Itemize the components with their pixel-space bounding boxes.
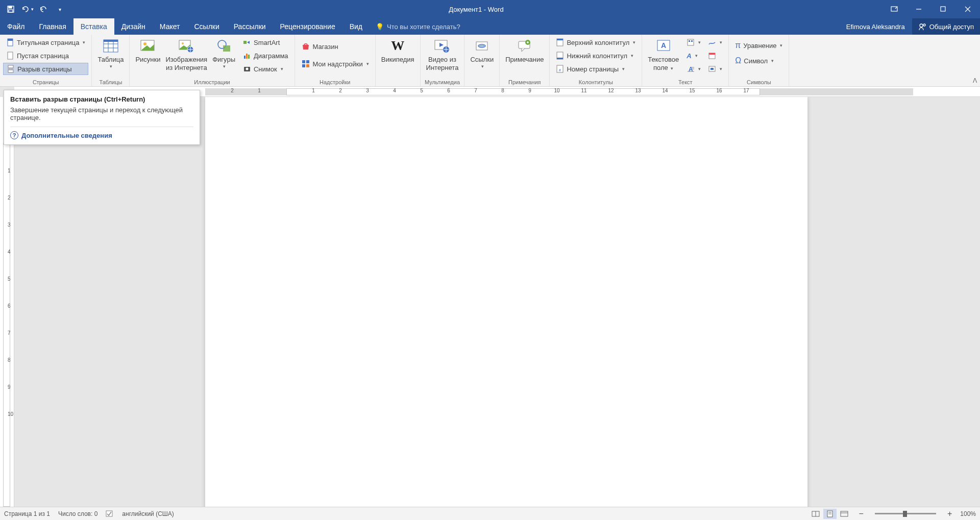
redo-button[interactable] [37,3,50,16]
svg-rect-30 [244,56,246,59]
tab-insert[interactable]: Вставка [74,18,114,35]
group-pages: Титульная страница▾ Пустая страница Разр… [0,35,92,86]
tab-view[interactable]: Вид [342,18,370,35]
view-print-layout[interactable] [823,509,837,519]
status-proofing-icon[interactable] [106,510,114,517]
document-page[interactable] [205,97,807,507]
my-addins-button[interactable]: Мои надстройки▾ [298,58,372,70]
qat-customize[interactable]: ▾ [53,3,66,16]
svg-text:A: A [661,41,666,49]
tab-file[interactable]: Файл [0,18,32,35]
tab-mailings[interactable]: Рассылки [227,18,273,35]
page-break-button[interactable]: Разрыв страницы [3,63,88,75]
tab-home[interactable]: Главная [32,18,73,35]
tooltip-page-break: Вставить разрыв страницы (Ctrl+Return) З… [4,90,200,145]
tell-me-placeholder: Что вы хотите сделать? [387,23,460,31]
minimize-button[interactable] [906,0,931,18]
dropcap-button[interactable]: A▾ [683,63,704,75]
tell-me[interactable]: 💡 Что вы хотите сделать? [370,18,467,35]
symbol-button[interactable]: Ω Символ▾ [732,55,786,67]
group-label-tables: Таблицы [95,79,126,86]
tab-references[interactable]: Ссылки [187,18,226,35]
share-label: Общий доступ [929,23,974,31]
shapes-icon [215,37,233,55]
svg-point-23 [143,42,146,45]
pagenum-icon: # [556,65,564,73]
quickparts-button[interactable]: ▾ [683,36,704,48]
comment-button[interactable]: Примечание [503,36,546,65]
equation-button[interactable]: π Уравнение▾ [732,39,786,52]
smartart-button[interactable]: SmartArt [240,36,291,48]
online-video-button[interactable]: Видео из Интернета [424,36,461,72]
group-tables: Таблица ▾ Таблицы [92,35,130,86]
maximize-button[interactable] [931,0,955,18]
store-button[interactable]: Магазин [298,40,372,53]
group-symbols: π Уравнение▾ Ω Символ▾ Символы [729,35,789,86]
symbol-icon: Ω [735,56,741,65]
chart-button[interactable]: Диаграмма [240,49,291,62]
group-label-symbols: Символы [732,79,786,86]
user-name[interactable]: Efimova Aleksandra [839,18,912,35]
shapes-button[interactable]: Фигуры ▾ [210,36,238,70]
blank-page-button[interactable]: Пустая страница [3,49,88,62]
svg-rect-62 [709,53,715,55]
cover-page-button[interactable]: Титульная страница▾ [3,36,88,48]
svg-point-25 [182,42,184,44]
status-bar: Страница 1 из 1 Число слов: 0 английский… [0,507,980,520]
zoom-level[interactable]: 100% [960,510,976,517]
svg-rect-55 [689,40,690,42]
wikipedia-button[interactable]: W Википедия [379,36,417,65]
wordart-button[interactable]: A▾ [683,49,704,62]
status-page[interactable]: Страница 1 из 1 [4,510,50,517]
zoom-slider[interactable] [875,513,936,514]
view-web-layout[interactable] [838,509,851,519]
tab-layout[interactable]: Макет [153,18,187,35]
online-pictures-button[interactable]: Изображения из Интернета [163,36,210,72]
footer-button[interactable]: Нижний колонтитул▾ [553,49,639,62]
view-read-mode[interactable] [809,509,822,519]
svg-rect-5 [941,7,945,11]
datetime-button[interactable] [705,49,725,62]
tooltip-title: Вставить разрыв страницы (Ctrl+Return) [10,95,193,103]
object-button[interactable]: ▾ [705,63,725,75]
status-language[interactable]: английский (США) [122,510,174,517]
collapse-ribbon-button[interactable]: ᐱ [973,77,977,84]
table-icon [102,37,119,55]
close-button[interactable] [955,0,980,18]
svg-rect-37 [302,64,305,67]
addins-icon [301,59,310,68]
textbox-button[interactable]: A Текстовое поле ▾ [645,36,681,72]
group-label-illustrations: Иллюстрации [133,79,291,86]
table-button[interactable]: Таблица ▾ [95,36,126,70]
page-scroll-container[interactable] [14,97,980,507]
chart-icon [243,52,251,60]
document-workarea: 12345678910 [0,97,980,507]
signature-button[interactable]: ▾ [705,36,725,48]
tab-review[interactable]: Рецензирование [273,18,342,35]
share-button[interactable]: Общий доступ [912,18,980,35]
undo-button[interactable]: ▾ [20,3,34,16]
header-button[interactable]: Верхний колонтитул▾ [553,36,639,48]
tab-design[interactable]: Дизайн [114,18,153,35]
zoom-in-button[interactable]: + [947,509,952,518]
ribbon-display-options[interactable] [882,0,906,18]
save-button[interactable] [4,3,17,16]
vertical-ruler[interactable]: 12345678910 [0,97,14,507]
lightbulb-icon: 💡 [376,23,384,31]
screenshot-button[interactable]: Снимок▾ [240,63,291,75]
pictures-button[interactable]: Рисунки [133,36,163,65]
pictures-icon [139,37,157,55]
tooltip-body: Завершение текущей страницы и переход к … [10,106,193,121]
status-words[interactable]: Число слов: 0 [58,510,97,517]
share-icon [918,22,926,31]
svg-rect-21 [104,40,118,42]
tooltip-more-link[interactable]: ? Дополнительные сведения [10,127,193,139]
object-icon [708,65,716,73]
page-break-icon [7,65,15,73]
svg-rect-31 [246,54,248,59]
zoom-out-button[interactable]: − [859,509,864,518]
page-number-button[interactable]: # Номер страницы▾ [553,63,639,75]
svg-rect-11 [8,39,13,41]
video-icon [433,37,451,55]
links-button[interactable]: Ссылки ▾ [468,36,496,70]
